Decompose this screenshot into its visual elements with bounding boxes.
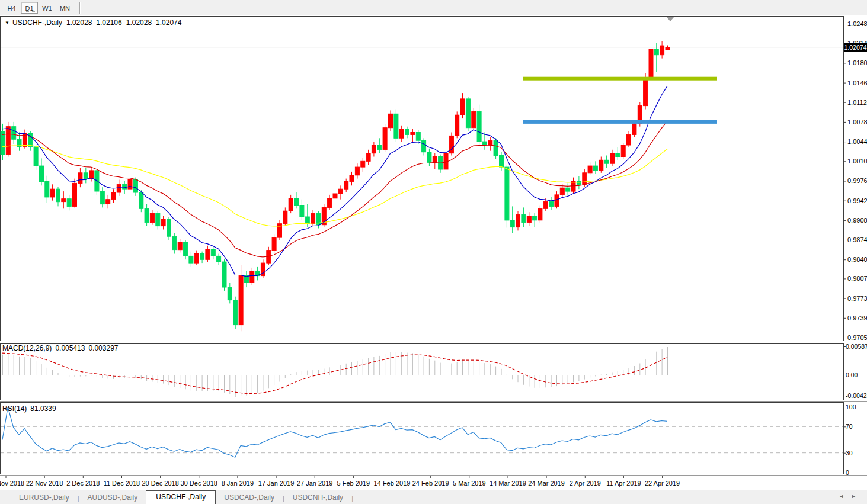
rsi-axis-label: 0 <box>846 469 849 476</box>
current-price-tag: 1.02074 <box>844 43 867 52</box>
price-axis-label: 0.99760 <box>847 177 867 184</box>
timeframe-button-mn[interactable]: MN <box>56 2 73 14</box>
timeframe-toolbar: H4D1W1MN <box>0 0 867 15</box>
chart-symbol-label: USDCHF-,Daily <box>12 18 62 27</box>
ohlc-close: 1.02074 <box>156 18 181 27</box>
price-axis-label: 0.99080 <box>847 217 867 224</box>
price-axis-label: 1.01120 <box>847 99 867 106</box>
macd-axis-label: -0.004238 <box>846 392 867 399</box>
rsi-axis-label: 100 <box>846 403 856 410</box>
price-axis-label: 1.02480 <box>847 20 867 27</box>
rsi-axis-label: 70 <box>846 423 853 430</box>
price-axis-label: 0.99420 <box>847 197 867 204</box>
macd-axis-label: 0.005873 <box>846 343 867 350</box>
ohlc-high: 1.02106 <box>96 18 121 27</box>
rsi-indicator-label: RSI(14)81.0339 <box>2 405 60 413</box>
macd-main-value: 0.005413 <box>55 344 85 352</box>
price-axis-label: 0.98400 <box>847 256 867 263</box>
macd-name: MACD(12,26,9) <box>2 344 52 352</box>
ohlc-low: 1.02028 <box>126 18 152 27</box>
price-axis-label: 1.01460 <box>847 79 867 86</box>
rsi-axis-label: 30 <box>846 450 853 457</box>
price-axis-label: 0.98070 <box>847 275 867 282</box>
rsi-name: RSI(14) <box>2 405 27 413</box>
panel-frames <box>0 17 867 476</box>
price-axis-label: 1.00100 <box>847 158 867 165</box>
chart-title: ▼USDCHF-,Daily1.020281.021061.020281.020… <box>5 18 181 27</box>
chart-tab-usdchf[interactable]: USDCHF-,Daily <box>146 490 216 504</box>
price-axis-label: 0.97390 <box>847 314 867 322</box>
ohlc-open: 1.02028 <box>66 18 92 27</box>
macd-signal-value: 0.003297 <box>88 344 118 352</box>
price-axis-label: 0.98740 <box>847 236 867 243</box>
date-axis-label: 22 Apr 2019 <box>639 480 686 487</box>
tab-separator: | <box>351 493 353 504</box>
collapse-triangle-icon[interactable]: ▼ <box>5 20 9 25</box>
macd-indicator-label: MACD(12,26,9)0.0054130.003297 <box>2 344 122 352</box>
chart-canvas[interactable] <box>0 0 867 504</box>
timeframe-button-w1[interactable]: W1 <box>39 2 56 14</box>
chart-tab-bar: EURUSD-,Daily|AUDUSD-,DailyUSDCHF-,Daily… <box>0 490 867 504</box>
price-axis-label: 0.97730 <box>847 295 867 302</box>
chart-tab-audusd[interactable]: AUDUSD-,Daily <box>79 492 146 504</box>
price-axis-label: 1.01800 <box>847 59 867 66</box>
toolbar-divider <box>79 2 81 14</box>
tab-scroll-left-icon[interactable]: ◄ <box>839 493 851 499</box>
chart-tab-usdcnh[interactable]: USDCNH-,Daily <box>284 492 351 504</box>
support-band[interactable] <box>523 120 717 124</box>
macd-axis-label: 0.00 <box>846 371 858 378</box>
tab-scroll-arrows: ◄► <box>839 493 863 499</box>
price-axis-label: 1.00780 <box>847 118 867 126</box>
timeframe-button-d1[interactable]: D1 <box>21 2 38 14</box>
timeframe-button-h4[interactable]: H4 <box>3 2 20 14</box>
chart-tab-usdcad[interactable]: USDCAD-,Daily <box>216 492 283 504</box>
chart-tab-eurusd[interactable]: EURUSD-,Daily <box>11 492 78 504</box>
rsi-value: 81.0339 <box>30 405 56 413</box>
tab-scroll-right-icon[interactable]: ► <box>851 493 863 499</box>
price-axis-label: 1.00440 <box>847 138 867 145</box>
trading-terminal-window: H4D1W1MN ▼USDCHF-,Daily1.020281.021061.0… <box>0 0 867 504</box>
resistance-band[interactable] <box>523 77 717 81</box>
price-axis-label: 0.97050 <box>847 334 867 341</box>
